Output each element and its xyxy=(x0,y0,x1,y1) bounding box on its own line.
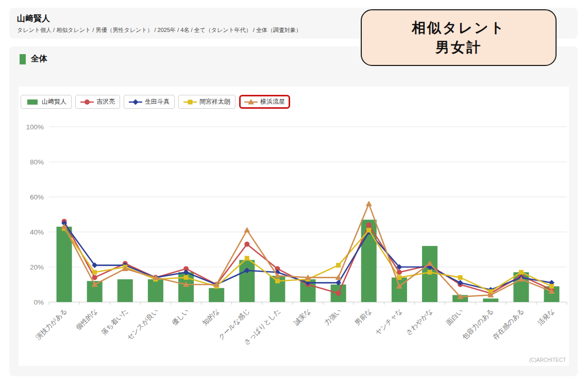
circle-point xyxy=(336,291,341,296)
annotation-badge: 相似タレント 男女計 xyxy=(361,9,557,66)
bar xyxy=(483,298,498,302)
page: 山﨑賢人 タレント個人 / 相似タレント / 男優（男性タレント） / 2025… xyxy=(0,0,588,384)
badge-line1: 相似タレント xyxy=(412,18,506,38)
copyright-label: (C)ARCHITECT xyxy=(529,357,566,363)
x-category-label: 活発な xyxy=(536,307,556,327)
square-point xyxy=(245,256,249,261)
bar-swatch-icon xyxy=(26,98,39,106)
x-category-label: 包容力のある xyxy=(460,307,495,342)
bar-line-chart: 100%80%60%40%20%0%演技力がある個性的な落ち着いたセンスが良い優… xyxy=(19,109,569,363)
chart-card: 山﨑賢人吉沢亮生田斗真間宮祥太朗横浜流星 100%80%60%40%20%0%演… xyxy=(19,87,569,366)
legend-item-label: 横浜流星 xyxy=(260,97,285,106)
diamond-icon xyxy=(133,99,139,105)
badge-line2: 男女計 xyxy=(435,38,482,57)
square-point xyxy=(549,284,554,289)
legend-item-2[interactable]: 吉沢亮 xyxy=(75,95,120,109)
y-tick-label: 80% xyxy=(30,158,44,166)
y-tick-label: 40% xyxy=(30,228,44,236)
square-point xyxy=(336,263,341,268)
circle-point xyxy=(366,222,372,227)
legend-item-4[interactable]: 間宮祥太朗 xyxy=(178,95,236,109)
square-point xyxy=(397,275,401,280)
legend-item-label: 間宮祥太朗 xyxy=(199,97,230,106)
section-title: 全体 xyxy=(31,54,47,64)
legend-item-label: 生田斗真 xyxy=(145,97,170,106)
triangle-marker-icon xyxy=(244,98,258,106)
legend-item-3[interactable]: 生田斗真 xyxy=(124,95,175,109)
x-category-label: センスが良い xyxy=(125,307,160,342)
diamond-marker-icon xyxy=(129,98,142,106)
bar xyxy=(209,288,224,302)
triangle-point xyxy=(244,227,250,233)
square-point xyxy=(519,270,524,275)
square-point xyxy=(458,275,463,280)
x-category-label: 知的な xyxy=(201,307,221,327)
x-category-label: クールな感じ xyxy=(217,307,251,342)
legend-item-1[interactable]: 山﨑賢人 xyxy=(21,95,72,109)
x-category-label: 力強い xyxy=(323,307,342,327)
square-point xyxy=(184,275,189,280)
x-category-label: 誠実な xyxy=(292,307,312,327)
legend-item-label: 吉沢亮 xyxy=(96,97,115,106)
circle-point xyxy=(244,242,249,247)
chart-canvas: 100%80%60%40%20%0%演技力がある個性的な落ち着いたセンスが良い優… xyxy=(19,109,569,363)
y-tick-label: 0% xyxy=(33,298,44,306)
circle-icon xyxy=(85,99,90,105)
x-category-label: さわやかな xyxy=(404,307,434,337)
section-header: 全体 xyxy=(20,54,47,64)
y-tick-label: 20% xyxy=(30,263,44,271)
x-category-label: 落ち着いた xyxy=(100,307,129,337)
legend: 山﨑賢人吉沢亮生田斗真間宮祥太朗横浜流星 xyxy=(21,95,290,109)
square-point xyxy=(366,228,371,232)
bar xyxy=(148,279,163,302)
square-icon xyxy=(188,99,193,104)
x-category-label: 面白い xyxy=(445,307,464,327)
x-category-label: 存在感のある xyxy=(491,307,525,341)
legend-item-label: 山﨑賢人 xyxy=(42,97,66,106)
bar xyxy=(117,279,133,302)
y-tick-label: 100% xyxy=(26,123,44,131)
legend-item-5[interactable]: 横浜流星 xyxy=(239,95,290,109)
x-category-label: 男前な xyxy=(353,307,373,327)
x-category-label: 優しい xyxy=(171,307,191,327)
circle-marker-icon xyxy=(80,98,94,106)
bar xyxy=(392,277,407,302)
square-point xyxy=(275,279,280,283)
square-point xyxy=(427,270,432,275)
circle-point xyxy=(92,275,97,280)
triangle-point xyxy=(366,201,372,207)
y-tick-label: 60% xyxy=(30,193,44,201)
x-category-label: ヤンチャな xyxy=(374,307,404,337)
x-category-label: 個性的な xyxy=(74,307,99,332)
bar xyxy=(239,260,255,302)
square-marker-icon xyxy=(183,98,197,106)
square-point xyxy=(92,270,97,275)
x-category-label: 演技力がある xyxy=(34,307,68,341)
section-marker-icon xyxy=(20,54,26,64)
